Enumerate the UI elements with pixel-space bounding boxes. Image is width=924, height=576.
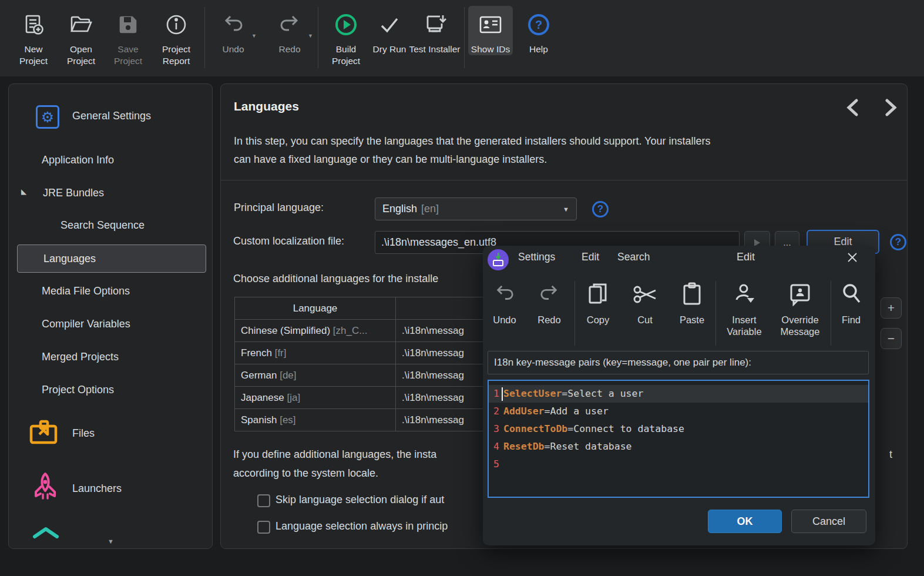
help-button[interactable]: ? Help xyxy=(518,6,560,55)
sidebar: ⚙ General Settings Application Info ◣ JR… xyxy=(8,83,213,549)
editor-line[interactable]: 3ConnectToDb=Connect to database xyxy=(489,420,868,438)
undo-icon xyxy=(221,9,246,40)
dialog-copy-button[interactable]: Copy xyxy=(579,279,617,326)
principal-language-select[interactable]: English [en] ▼ xyxy=(375,197,577,220)
copy-icon xyxy=(587,279,609,309)
sidebar-item-search-sequence[interactable]: Search Sequence xyxy=(61,219,145,232)
open-folder-icon xyxy=(69,9,93,40)
undo-icon xyxy=(493,279,516,309)
i18n-message: =Connect to database xyxy=(567,423,684,434)
insert-variable-button[interactable]: Insert Variable xyxy=(718,279,771,337)
sidebar-item-compiler-variables[interactable]: Compiler Variables xyxy=(42,318,130,330)
dialog-paste-button[interactable]: Paste xyxy=(673,279,711,326)
dialog-find-button[interactable]: Find xyxy=(833,279,869,326)
sidebar-item-languages[interactable]: Languages xyxy=(17,245,206,273)
test-installer-label: Test Installer xyxy=(409,43,460,55)
redo-button[interactable]: Redo ▼ xyxy=(265,6,314,55)
add-language-button[interactable]: + xyxy=(881,297,902,319)
toolbar-separator xyxy=(574,281,575,346)
override-message-label: Override Message xyxy=(772,314,828,337)
show-ids-button[interactable]: Show IDs xyxy=(468,6,513,55)
sidebar-item-general-settings[interactable]: General Settings xyxy=(72,110,151,122)
language-selection-principal-label: Language selection always in princip xyxy=(275,520,448,533)
tree-expand-icon[interactable]: ◣ xyxy=(21,187,26,196)
help-label: Help xyxy=(529,43,548,55)
chevron-up-icon xyxy=(31,526,61,539)
project-report-label: Project Report xyxy=(152,43,201,67)
cancel-button[interactable]: Cancel xyxy=(791,510,866,533)
i18n-message: =Add a user xyxy=(545,406,609,417)
custom-localization-help-icon[interactable]: ? xyxy=(890,234,906,250)
note-line1-fragment: t xyxy=(889,448,892,461)
undo-dropdown-arrow[interactable]: ▼ xyxy=(251,33,257,39)
sidebar-item-files[interactable]: Files xyxy=(72,427,95,440)
scroll-down-indicator[interactable]: ▼ xyxy=(107,538,114,545)
sidebar-item-media-file-options[interactable]: Media File Options xyxy=(42,285,130,297)
i18n-pairs-editor[interactable]: 1SelectUser=Select a user 2AddUser=Add a… xyxy=(488,380,869,498)
chevron-down-icon: ▼ xyxy=(563,206,569,213)
i18n-key: ResetDb xyxy=(503,441,545,452)
language-name: Chinese (Simplified) xyxy=(241,325,330,336)
line-number: 4 xyxy=(493,438,502,456)
dialog-paste-label: Paste xyxy=(680,314,704,326)
editor-line[interactable]: 2AddUser=Add a user xyxy=(489,403,868,420)
previous-step-button[interactable] xyxy=(845,98,860,117)
language-column-header[interactable]: Language xyxy=(235,297,396,320)
new-project-label: New Project xyxy=(9,43,58,67)
remove-language-button[interactable]: − xyxy=(881,328,902,349)
build-project-label: Build Project xyxy=(322,43,370,67)
rocket-icon xyxy=(30,471,61,505)
sidebar-item-launchers[interactable]: Launchers xyxy=(72,483,122,495)
line-number: 2 xyxy=(493,403,502,420)
dialog-undo-label: Undo xyxy=(493,314,516,326)
show-ids-label: Show IDs xyxy=(471,43,510,55)
test-installer-button[interactable]: Test Installer xyxy=(409,6,461,55)
language-selection-principal-checkbox[interactable] xyxy=(257,521,270,534)
step-description-line2: can have a fixed language or they can be… xyxy=(234,153,547,166)
redo-dropdown-arrow[interactable]: ▼ xyxy=(308,33,313,39)
sidebar-item-application-info[interactable]: Application Info xyxy=(42,154,114,166)
ok-button[interactable]: OK xyxy=(708,510,782,533)
open-project-label: Open Project xyxy=(58,43,105,67)
editor-line[interactable]: 5 xyxy=(489,456,868,473)
menu-search[interactable]: Search xyxy=(617,251,650,263)
dialog-redo-button[interactable]: Redo xyxy=(531,279,567,326)
svg-text:?: ? xyxy=(535,18,542,31)
menu-settings[interactable]: Settings xyxy=(518,251,555,263)
toolbar-separator xyxy=(831,281,831,346)
toolbar-separator xyxy=(318,7,318,68)
info-circle-icon xyxy=(164,9,188,40)
editor-line[interactable]: 4ResetDb=Reset database xyxy=(489,438,868,456)
close-icon[interactable] xyxy=(842,248,862,267)
section-divider xyxy=(221,180,908,180)
message-card-icon xyxy=(788,279,812,309)
skip-language-dialog-checkbox[interactable] xyxy=(257,494,270,507)
sidebar-item-jre-bundles[interactable]: JRE Bundles xyxy=(43,187,104,199)
check-icon xyxy=(378,9,401,40)
editor-line[interactable]: 1SelectUser=Select a user xyxy=(489,385,868,403)
i18n-key: AddUser xyxy=(503,406,545,417)
menu-edit[interactable]: Edit xyxy=(582,251,599,263)
dry-run-button[interactable]: Dry Run xyxy=(370,6,409,55)
undo-label: Undo xyxy=(222,43,244,55)
open-project-button[interactable]: Open Project xyxy=(58,6,105,67)
app-window: New Project Open Project Save Project xyxy=(0,0,924,576)
principal-language-help-icon[interactable]: ? xyxy=(592,201,609,217)
dialog-cut-button[interactable]: Cut xyxy=(626,279,664,326)
custom-localization-label: Custom localization file: xyxy=(233,235,344,247)
dialog-undo-button[interactable]: Undo xyxy=(486,279,523,326)
project-report-button[interactable]: Project Report xyxy=(152,6,201,67)
undo-button[interactable]: Undo ▼ xyxy=(209,6,258,55)
build-project-button[interactable]: Build Project xyxy=(322,6,370,67)
new-project-button[interactable]: New Project xyxy=(9,6,58,67)
override-message-button[interactable]: Override Message xyxy=(772,279,828,337)
toolbar-separator xyxy=(464,7,465,68)
sidebar-item-project-options[interactable]: Project Options xyxy=(42,384,114,396)
clipboard-icon xyxy=(681,279,703,309)
i18n-message: =Select a user xyxy=(562,388,643,399)
sidebar-item-merged-projects[interactable]: Merged Projects xyxy=(42,351,119,363)
build-play-icon xyxy=(334,9,358,40)
dialog-copy-label: Copy xyxy=(587,314,610,326)
save-project-button[interactable]: Save Project xyxy=(105,6,152,67)
next-step-button[interactable] xyxy=(883,98,899,117)
